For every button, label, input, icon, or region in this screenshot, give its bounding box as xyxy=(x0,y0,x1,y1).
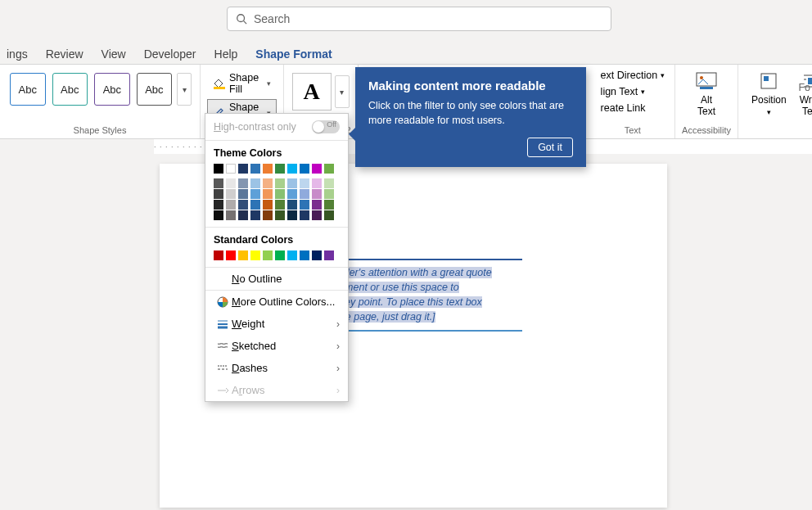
color-swatch[interactable] xyxy=(287,164,297,174)
search-box[interactable]: Search xyxy=(227,7,611,31)
tab-shape-format[interactable]: Shape Format xyxy=(254,44,333,65)
color-swatch[interactable] xyxy=(238,189,248,199)
color-swatch[interactable] xyxy=(263,200,273,210)
color-swatch[interactable] xyxy=(214,210,223,220)
color-swatch[interactable] xyxy=(300,210,309,220)
color-swatch[interactable] xyxy=(312,210,322,220)
ribbon-tabs: ings Review View Developer Help Shape Fo… xyxy=(0,44,339,65)
color-swatch[interactable] xyxy=(312,178,322,188)
svg-rect-8 xyxy=(764,76,769,81)
sketched-item[interactable]: Sketched› Sketched xyxy=(205,335,348,357)
color-swatch[interactable] xyxy=(263,189,273,199)
color-swatch[interactable] xyxy=(263,210,273,220)
shape-style-1[interactable]: Abc xyxy=(10,73,46,106)
wordart-more[interactable]: ▾ xyxy=(335,75,350,108)
color-swatch[interactable] xyxy=(238,210,248,220)
color-swatch[interactable] xyxy=(214,178,223,188)
color-swatch[interactable] xyxy=(250,189,260,199)
alt-text-icon xyxy=(695,71,718,91)
high-contrast-toggle[interactable]: Off xyxy=(312,120,340,133)
color-swatch[interactable] xyxy=(250,178,260,188)
color-swatch[interactable] xyxy=(250,164,260,174)
shape-fill-button[interactable]: Shape Fill ▾ xyxy=(207,70,277,97)
color-swatch[interactable] xyxy=(300,164,309,174)
color-swatch[interactable] xyxy=(250,200,260,210)
shape-style-4[interactable]: Abc xyxy=(137,73,173,106)
weight-item[interactable]: Weight› Weight xyxy=(205,313,348,335)
color-swatch[interactable] xyxy=(287,210,297,220)
color-swatch[interactable] xyxy=(312,200,322,210)
color-swatch[interactable] xyxy=(324,178,334,188)
color-swatch[interactable] xyxy=(226,178,236,188)
color-swatch[interactable] xyxy=(263,164,273,174)
teaching-callout: Making content more readable Click on th… xyxy=(355,67,586,167)
color-swatch[interactable] xyxy=(214,250,223,260)
color-swatch[interactable] xyxy=(287,200,297,210)
color-swatch[interactable] xyxy=(324,164,334,174)
arrows-item: Arrows› Arrows xyxy=(205,379,348,401)
color-swatch[interactable] xyxy=(226,189,236,199)
wrap-text-button[interactable]: Wrap Text xyxy=(793,68,812,121)
color-swatch[interactable] xyxy=(226,250,236,260)
color-swatch[interactable] xyxy=(324,200,334,210)
tab-help[interactable]: Help xyxy=(213,44,240,65)
shape-style-2[interactable]: Abc xyxy=(52,73,88,106)
color-swatch[interactable] xyxy=(238,178,248,188)
color-swatch[interactable] xyxy=(312,164,322,174)
callout-text: Click on the filter to only see colors t… xyxy=(368,99,573,128)
position-button[interactable]: Position▾ xyxy=(745,68,793,121)
more-outline-colors-item[interactable]: More Outline Colors... More Outline Colo… xyxy=(205,291,348,313)
shape-style-more[interactable]: ▾ xyxy=(177,73,192,106)
color-swatch[interactable] xyxy=(300,178,309,188)
color-swatch[interactable] xyxy=(226,200,236,210)
color-swatch[interactable] xyxy=(263,250,273,260)
create-link-button[interactable]: reate Link xyxy=(598,101,668,115)
color-swatch[interactable] xyxy=(300,250,309,260)
color-swatch[interactable] xyxy=(226,164,236,174)
dashes-item[interactable]: Dashes› Dashes xyxy=(205,357,348,379)
color-swatch[interactable] xyxy=(312,250,322,260)
color-swatch[interactable] xyxy=(214,189,223,199)
wordart-style[interactable]: A xyxy=(292,73,332,111)
color-swatch[interactable] xyxy=(238,250,248,260)
svg-rect-4 xyxy=(697,73,716,86)
position-icon xyxy=(759,71,778,91)
tab-partial[interactable]: ings xyxy=(5,44,29,65)
shape-style-3[interactable]: Abc xyxy=(94,73,130,106)
color-swatch[interactable] xyxy=(275,178,285,188)
color-swatch[interactable] xyxy=(324,210,334,220)
color-swatch[interactable] xyxy=(275,250,285,260)
color-swatch[interactable] xyxy=(287,189,297,199)
tab-developer[interactable]: Developer xyxy=(142,44,198,65)
color-swatch[interactable] xyxy=(324,189,334,199)
tab-view[interactable]: View xyxy=(100,44,128,65)
no-outline-item[interactable]: No Outline No Outline xyxy=(205,268,348,290)
color-swatch[interactable] xyxy=(275,189,285,199)
color-swatch[interactable] xyxy=(300,200,309,210)
search-placeholder: Search xyxy=(254,12,290,25)
color-swatch[interactable] xyxy=(214,200,223,210)
color-swatch[interactable] xyxy=(263,178,273,188)
got-it-button[interactable]: Got it xyxy=(527,138,573,157)
color-swatch[interactable] xyxy=(324,250,334,260)
color-swatch[interactable] xyxy=(275,210,285,220)
color-swatch[interactable] xyxy=(287,250,297,260)
color-swatch[interactable] xyxy=(238,164,248,174)
tab-review[interactable]: Review xyxy=(44,44,85,65)
color-swatch[interactable] xyxy=(287,178,297,188)
color-swatch[interactable] xyxy=(226,210,236,220)
color-swatch[interactable] xyxy=(250,210,260,220)
color-swatch[interactable] xyxy=(214,164,223,174)
color-swatch[interactable] xyxy=(275,164,285,174)
color-swatch[interactable] xyxy=(238,200,248,210)
svg-rect-2 xyxy=(214,87,225,89)
sketched-icon xyxy=(214,341,232,351)
color-swatch[interactable] xyxy=(312,189,322,199)
color-swatch[interactable] xyxy=(250,250,260,260)
group-arrange: Position▾ Wrap Text xyxy=(738,65,812,138)
text-direction-button[interactable]: ext Direction▾ xyxy=(598,68,668,83)
alt-text-button[interactable]: Alt Text xyxy=(682,68,731,121)
color-swatch[interactable] xyxy=(300,189,309,199)
color-swatch[interactable] xyxy=(275,200,285,210)
align-text-button[interactable]: lign Text▾ xyxy=(598,84,668,99)
